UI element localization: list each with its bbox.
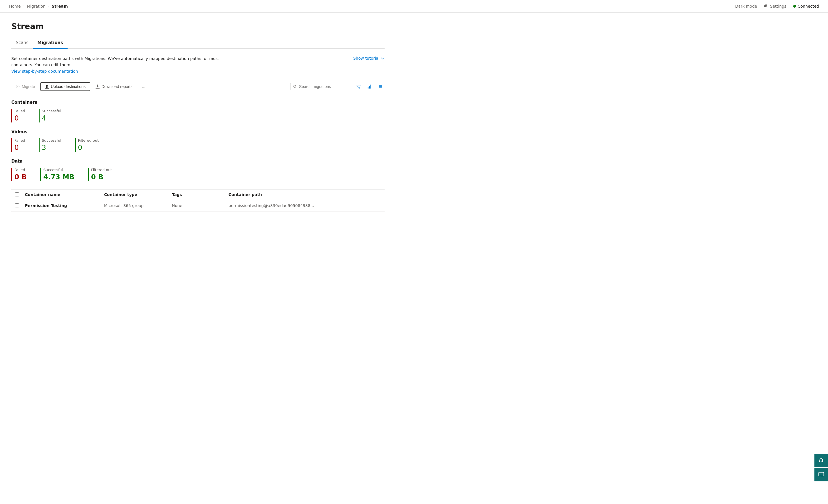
gear-icon <box>764 4 768 8</box>
table-header-container-name: Container name <box>23 192 102 197</box>
connected-label: Connected <box>798 4 819 8</box>
containers-title: Containers <box>11 100 384 105</box>
settings-button[interactable]: Settings <box>764 4 786 8</box>
search-area <box>290 83 384 90</box>
table-row: Permission Testing Microsoft 365 group N… <box>11 200 384 212</box>
videos-title: Videos <box>11 129 384 134</box>
breadcrumb-sep1: › <box>23 4 25 8</box>
settings-label: Settings <box>770 4 786 8</box>
connected-status: Connected <box>793 4 819 8</box>
page-title: Stream <box>11 22 384 31</box>
videos-filtered: Filtered out 0 <box>75 138 99 152</box>
search-input-wrapper[interactable] <box>290 83 353 90</box>
svg-rect-2 <box>368 87 369 88</box>
chevron-down-icon <box>381 56 384 60</box>
description-area: Set container destination paths with Mig… <box>11 55 384 74</box>
svg-line-1 <box>296 87 297 88</box>
svg-point-0 <box>294 85 296 87</box>
topbar-right: Dark mode Settings Connected <box>735 4 819 8</box>
page-content: Stream Scans Migrations Set container de… <box>0 13 396 221</box>
breadcrumb-sep2: › <box>48 4 49 8</box>
migrate-button[interactable]: Migrate <box>11 82 39 91</box>
tabs: Scans Migrations <box>11 38 384 49</box>
svg-rect-3 <box>369 86 370 88</box>
table-header-tags: Tags <box>170 192 226 197</box>
filter-icon <box>356 84 361 89</box>
doc-link[interactable]: View step-by-step documentation <box>11 69 78 74</box>
videos-stats: Failed 0 Successful 3 Filtered out 0 <box>11 138 384 152</box>
table-header: Container name Container type Tags Conta… <box>11 190 384 200</box>
tab-scans[interactable]: Scans <box>11 38 33 49</box>
tab-migrations[interactable]: Migrations <box>33 38 68 49</box>
upload-icon <box>45 84 49 89</box>
containers-successful: Successful 4 <box>39 109 61 122</box>
filter-button[interactable] <box>355 83 363 90</box>
connected-dot <box>793 5 796 8</box>
row-container-path: permissiontesting@a830edad905084988... <box>226 203 384 208</box>
chart-icon <box>367 84 372 89</box>
more-options-button[interactable]: ... <box>138 82 150 91</box>
row-checkbox-wrapper <box>11 203 23 208</box>
download-reports-button[interactable]: Download reports <box>91 82 137 91</box>
search-input[interactable] <box>299 84 349 89</box>
search-icon <box>293 85 297 88</box>
description-text: Set container destination paths with Mig… <box>11 55 238 74</box>
videos-failed: Failed 0 <box>11 138 25 152</box>
data-successful: Successful 4.73 MB <box>40 168 74 181</box>
list-view-button[interactable] <box>376 83 384 90</box>
data-title: Data <box>11 159 384 164</box>
migrations-table: Container name Container type Tags Conta… <box>11 189 384 212</box>
stats-section: Containers Failed 0 Successful 4 Videos … <box>11 100 384 181</box>
download-icon <box>95 84 100 89</box>
videos-successful: Successful 3 <box>39 138 61 152</box>
table-header-checkbox <box>11 192 23 197</box>
show-tutorial-button[interactable]: Show tutorial <box>353 55 384 60</box>
svg-rect-4 <box>370 85 371 88</box>
row-container-name: Permission Testing <box>23 203 102 208</box>
migrate-icon <box>15 84 20 89</box>
toolbar: Migrate Upload destinations Download rep… <box>11 82 384 91</box>
data-filtered: Filtered out 0 B <box>88 168 112 181</box>
topbar: Home › Migration › Stream Dark mode Sett… <box>0 0 828 13</box>
data-stats: Failed 0 B Successful 4.73 MB Filtered o… <box>11 168 384 181</box>
table-header-container-path: Container path <box>226 192 384 197</box>
breadcrumb-home[interactable]: Home <box>9 4 20 8</box>
list-icon <box>378 84 383 89</box>
row-tags: None <box>170 203 226 208</box>
breadcrumb-current: Stream <box>52 4 68 8</box>
table-header-container-type: Container type <box>102 192 170 197</box>
breadcrumb: Home › Migration › Stream <box>9 4 68 8</box>
chart-button[interactable] <box>365 83 374 90</box>
select-all-checkbox[interactable] <box>15 192 19 197</box>
data-failed: Failed 0 B <box>11 168 27 181</box>
row-checkbox[interactable] <box>15 203 19 208</box>
containers-stats: Failed 0 Successful 4 <box>11 109 384 122</box>
row-container-type: Microsoft 365 group <box>102 203 170 208</box>
dark-mode-toggle[interactable]: Dark mode <box>735 4 757 8</box>
breadcrumb-migration[interactable]: Migration <box>27 4 45 8</box>
containers-failed: Failed 0 <box>11 109 25 122</box>
upload-destinations-button[interactable]: Upload destinations <box>40 82 90 91</box>
